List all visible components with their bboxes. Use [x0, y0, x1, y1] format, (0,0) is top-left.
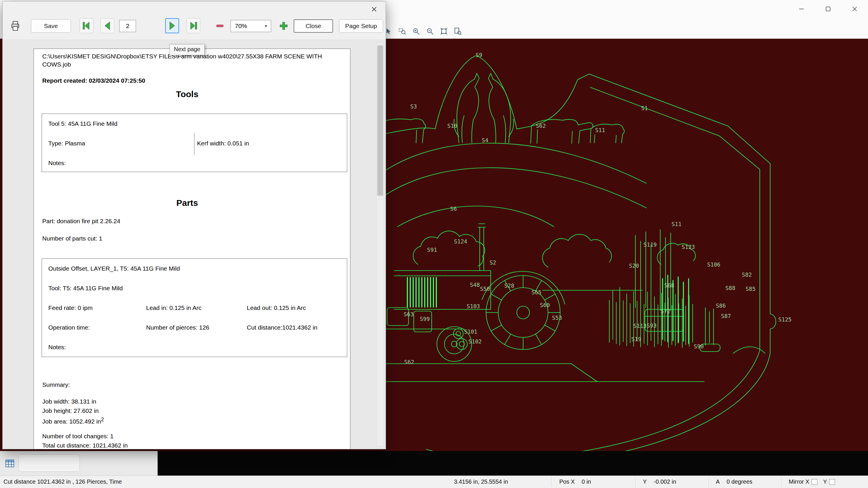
next-page-tooltip: Next page — [169, 44, 205, 55]
status-pos-x: Pos X0 in — [559, 479, 591, 485]
part-label: S102 — [468, 338, 482, 345]
zoom-in-icon[interactable] — [410, 25, 423, 38]
mirror-x-checkbox[interactable] — [812, 479, 817, 485]
main-toolbar — [382, 25, 464, 38]
lead-out: Lead out: 0.125 in Arc — [247, 304, 306, 312]
status-bar: Cut distance 1021.4362 in , 126 Pierces,… — [0, 476, 868, 488]
part-label: S11 — [595, 127, 605, 133]
part-label: S88 — [725, 285, 735, 291]
job-file-path-2: COWS.job — [42, 61, 71, 68]
operation-time: Operation time: — [48, 324, 90, 331]
tools-heading: Tools — [34, 89, 341, 99]
operation-notes: Notes: — [48, 344, 66, 351]
part-label: S53 — [552, 315, 562, 321]
bottom-strip — [0, 451, 868, 476]
cut-distance: Cut distance:1021.4362 in — [247, 324, 317, 331]
farm-scene-drawing: S9S3S1S10S62S11S4S6S11S124S91S119S123S20… — [386, 39, 868, 451]
zoom-in-button[interactable] — [277, 18, 290, 33]
part-label: S113 — [633, 323, 647, 329]
part-label: S86 — [716, 302, 726, 309]
dialog-close-icon[interactable] — [367, 4, 381, 15]
part-labels-layer: S9S3S1S10S62S11S4S6S11S124S91S119S123S20… — [404, 52, 792, 365]
part-label: S106 — [707, 261, 720, 268]
part-label: S65 — [531, 289, 541, 295]
zoom-out-icon[interactable] — [424, 25, 436, 38]
first-page-icon[interactable] — [80, 18, 93, 33]
part-label: S125 — [778, 316, 792, 323]
save-button[interactable]: Save — [31, 20, 71, 33]
tool-info-box: Tool 5: 45A 11G Fine Mild Type: Plasma K… — [42, 113, 347, 172]
part-label: S3 — [410, 103, 417, 109]
zoom-out-button[interactable] — [213, 18, 227, 33]
operation-info-box: Outside Offset, LAYER_1, T5: 45A 11G Fin… — [42, 258, 347, 357]
part-label: S62 — [404, 359, 414, 365]
status-pos-y: Y-0.002 in — [643, 479, 676, 485]
status-angle-value: 0 degrees — [726, 479, 752, 485]
part-label: S9 — [476, 52, 482, 58]
zoom-level-select[interactable]: 70% ▼ — [230, 20, 271, 32]
summary-label: Summary: — [42, 381, 70, 388]
part-label: S50 — [480, 286, 490, 292]
tool-type: Type: Plasma — [48, 140, 85, 147]
previous-page-icon[interactable] — [100, 18, 114, 33]
status-cursor-coords: 3.4156 in, 25.5554 in — [454, 479, 508, 485]
close-button[interactable]: Close — [294, 20, 333, 33]
last-page-icon[interactable] — [186, 18, 200, 33]
parts-grid-icon[interactable] — [3, 457, 16, 470]
preview-scrollbar[interactable] — [376, 43, 384, 446]
lead-in: Lead in: 0.125 in Arc — [146, 304, 202, 312]
job-area: Job area: 1052.492 in2 — [42, 417, 104, 425]
window-controls — [788, 0, 868, 18]
app-root: S9S3S1S10S62S11S4S6S11S124S91S119S123S20… — [0, 0, 868, 488]
job-width: Job width: 38.131 in — [42, 398, 96, 405]
preview-scrollbar-thumb[interactable] — [377, 45, 383, 196]
report-page: C:\Users\KISMET DESIGN\Dropbox\ETSY FILE… — [34, 48, 350, 449]
status-separator — [781, 477, 781, 487]
zoom-sheet-icon[interactable] — [452, 25, 464, 38]
part-label: S48 — [470, 282, 480, 288]
part-label: S63 — [404, 311, 413, 318]
minimize-icon[interactable] — [788, 0, 815, 18]
part-label: S28 — [504, 283, 514, 289]
parts-panel-field[interactable] — [19, 454, 80, 472]
zoom-extents-icon[interactable] — [437, 25, 450, 38]
tool-changes: Number of tool changes: 1 — [42, 433, 114, 440]
tool-notes: Notes: — [48, 160, 66, 166]
operation-tool: Tool: T5: 45A 11G Fine Mild — [48, 285, 123, 292]
part-label: S11 — [672, 221, 681, 227]
preview-area: C:\Users\KISMET DESIGN\Dropbox\ETSY FILE… — [3, 40, 386, 449]
status-separator — [551, 477, 552, 487]
part-label: S4 — [482, 137, 488, 143]
part-label: S123 — [682, 244, 695, 250]
status-angle: A0 degrees — [716, 479, 752, 485]
status-pos-x-value: 0 in — [582, 479, 591, 485]
part-label: S91 — [427, 247, 437, 253]
part-label: S20 — [629, 262, 639, 269]
chevron-down-icon: ▼ — [264, 24, 268, 28]
part-label: S1 — [641, 105, 648, 111]
tool-name: Tool 5: 45A 11G Fine Mild — [48, 120, 118, 127]
part-label: S19 — [631, 336, 641, 342]
close-window-icon[interactable] — [841, 0, 868, 18]
status-cut-distance: Cut distance 1021.4362 in , 126 Pierces,… — [3, 479, 122, 485]
print-button[interactable] — [6, 18, 25, 33]
part-label: S62 — [536, 123, 546, 129]
page-number-input[interactable] — [119, 20, 136, 32]
part-label: S103 — [467, 303, 480, 310]
operation-header: Outside Offset, LAYER_1, T5: 45A 11G Fin… — [48, 265, 180, 272]
part-label: S99 — [420, 316, 430, 322]
part-label: S10 — [447, 123, 457, 129]
page-setup-button[interactable]: Page Setup — [339, 20, 383, 33]
part-label: S85 — [746, 286, 755, 292]
part-label: S72 — [660, 308, 671, 314]
part-name: Part: donation fire pit 2.26.24 — [42, 218, 120, 225]
part-label: S68 — [664, 282, 674, 289]
total-cut-distance: Total cut distance: 1021.4362 in — [42, 442, 128, 449]
maximize-icon[interactable] — [815, 0, 841, 18]
parts-cut: Number of parts cut: 1 — [42, 235, 102, 242]
next-page-icon[interactable] — [165, 18, 179, 33]
mirror-y-checkbox[interactable] — [829, 479, 835, 485]
job-area-exponent: 2 — [101, 417, 104, 422]
pierces: Number of pierces: 126 — [146, 324, 209, 331]
zoom-window-icon[interactable] — [396, 25, 408, 38]
